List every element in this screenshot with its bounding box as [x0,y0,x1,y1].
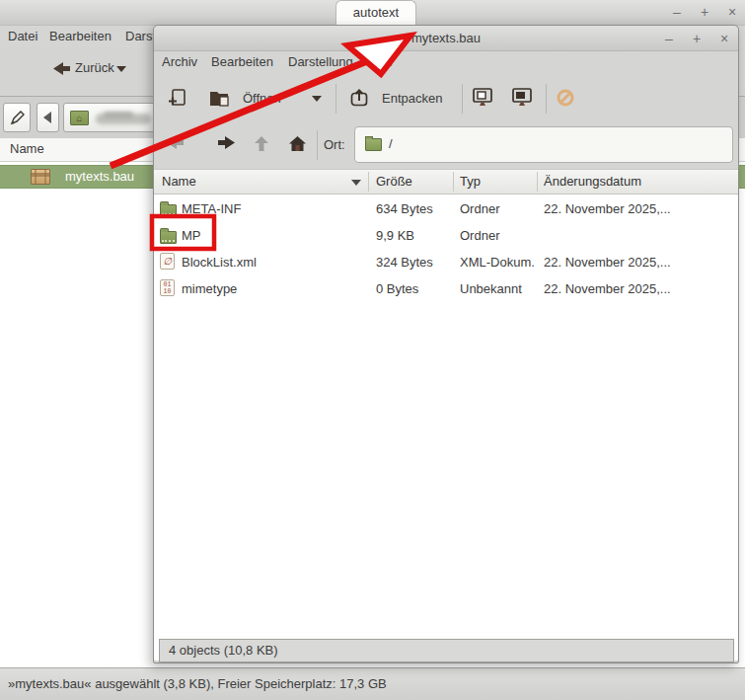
chevron-left-icon [43,112,51,123]
extract-button-icon-wrap[interactable] [349,88,369,111]
folder-icon [365,138,382,151]
nav-back-button[interactable] [167,136,184,152]
column-size[interactable]: Größe [376,174,412,189]
table-row[interactable]: 01 10 mimetype 0 Bytes Unbekannt 22. Nov… [154,275,738,302]
minimize-button[interactable]: – [660,30,678,47]
archive-titlebar: mytexts.bau – + × [154,26,738,51]
extract-icon [349,88,369,108]
menu-bearbeiten[interactable]: Bearbeiten [49,29,112,43]
folder-icon [160,231,177,244]
archive-navbar: Ort: / [154,121,738,169]
archive-status-text: 4 objects (10,8 KB) [169,643,278,658]
add-folder-button[interactable] [208,88,230,111]
binary-file-icon: 01 10 [160,279,175,296]
menu-archiv[interactable]: Archiv [162,54,197,69]
stop-icon [556,88,575,108]
location-value: / [389,136,393,151]
back-arrow-icon [53,62,70,75]
archive-title: mytexts.bau [154,26,738,50]
menu-darstellung[interactable]: Darstellung [288,54,353,69]
back-button-label: Zurück [75,60,114,75]
archive-file-icon [31,169,50,185]
monitor-icon [472,88,493,108]
edit-location-button[interactable] [3,103,31,132]
column-name[interactable]: Name [162,174,196,189]
column-date[interactable]: Änderungsdatum [544,174,641,189]
close-button[interactable]: × [723,3,741,21]
file-manager-statusbar: »mytexts.bau« ausgewählt (3,8 KB), Freie… [0,667,745,700]
add-files-button[interactable] [167,88,186,111]
home-folder-icon: ⌂ [70,111,89,125]
forward-arrow-icon [218,136,235,149]
back-button[interactable]: Zurück [51,57,140,85]
nav-forward-button[interactable] [218,136,235,152]
view-output-button[interactable] [511,88,533,111]
archive-file-list: META-INF 634 Bytes Ordner 22. November 2… [154,194,738,661]
statusbar-text: »mytexts.bau« ausgewählt (3,8 KB), Freie… [8,676,387,691]
close-button[interactable]: × [715,30,733,47]
archive-statusbar: 4 objects (10,8 KB) [159,639,734,662]
sort-descending-icon [351,180,361,186]
folder-icon [160,204,177,217]
location-label: Ort: [324,137,345,152]
monitor-dark-icon [511,88,533,108]
back-arrow-icon [167,136,184,149]
table-row[interactable]: META-INF 634 Bytes Ordner 22. November 2… [154,195,738,222]
file-manager-titlebar: autotext – + × [0,0,745,26]
xml-file-icon: ∅ [160,253,175,270]
pencil-icon [10,111,25,125]
location-input[interactable]: / [354,126,733,163]
view-file-button[interactable] [472,88,493,111]
add-folder-icon [208,88,230,108]
selected-file-name: mytexts.bau [65,169,134,184]
menu-bearbeiten[interactable]: Bearbeiten [211,54,273,69]
archive-manager-window: mytexts.bau – + × Archiv Bearbeiten Dars… [153,25,739,663]
chevron-down-icon [116,66,126,72]
file-manager-title: autotext [335,0,416,25]
column-type[interactable]: Typ [460,174,481,189]
menu-hilfe[interactable]: Hilfe [367,54,393,69]
open-dropdown-icon[interactable] [312,96,322,102]
open-button[interactable]: Öffnen [243,91,281,106]
nav-up-button[interactable] [255,136,268,154]
maximize-button[interactable]: + [696,3,713,21]
table-row[interactable]: MP 9,9 KB Ordner [154,222,738,249]
menu-datei[interactable]: Datei [8,29,37,43]
minimize-button[interactable]: – [668,3,686,21]
scroll-path-left-button[interactable] [37,103,59,132]
breadcrumb-button[interactable]: ⌂ [63,103,162,132]
extract-button[interactable]: Entpacken [382,91,442,106]
archive-toolbar: Öffnen Entpacken [154,76,738,121]
nav-home-button[interactable] [289,136,306,154]
table-row[interactable]: ∅ BlockList.xml 324 Bytes XML-Dokum... 2… [154,249,738,275]
home-icon [289,136,306,151]
add-file-icon [167,88,186,108]
stop-button[interactable] [556,88,575,111]
archive-column-header: Name Größe Typ Änderungsdatum [154,169,738,194]
up-arrow-icon [255,136,268,151]
archive-menubar: Archiv Bearbeiten Darstellung Hilfe [154,51,738,76]
maximize-button[interactable]: + [688,30,706,47]
column-name-label: Name [10,141,44,156]
